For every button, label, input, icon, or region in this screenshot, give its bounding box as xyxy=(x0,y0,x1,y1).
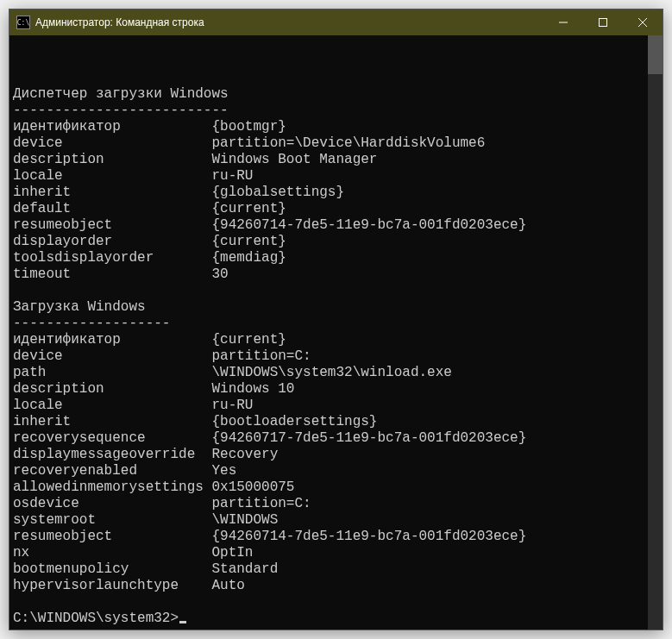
row-value: Auto xyxy=(211,578,244,594)
scrollbar[interactable] xyxy=(648,35,663,630)
row-value: {current} xyxy=(211,234,286,250)
row-key: hypervisorlaunchtype xyxy=(13,578,211,594)
row-key: description xyxy=(13,381,211,398)
close-button[interactable] xyxy=(623,9,663,35)
output-row: resumeobject {94260714-7de5-11e9-bc7a-00… xyxy=(13,529,663,545)
row-value: Recovery xyxy=(211,447,278,463)
row-value: Standard xyxy=(211,561,278,578)
section-divider: ------------------- xyxy=(13,316,663,332)
output-row: nx OptIn xyxy=(13,545,663,561)
output-row: systemroot \WINDOWS xyxy=(13,512,663,529)
app-icon: C:\ xyxy=(16,16,30,29)
output-row: device partition=\Device\HarddiskVolume6 xyxy=(13,135,663,152)
console-output[interactable]: Диспетчер загрузки Windows--------------… xyxy=(9,35,663,630)
row-value: {globalsettings} xyxy=(211,185,344,201)
row-value: OptIn xyxy=(211,545,253,561)
maximize-button[interactable] xyxy=(583,9,623,35)
row-key: osdevice xyxy=(13,496,211,512)
section-divider: -------------------------- xyxy=(13,103,663,119)
scrollbar-thumb[interactable] xyxy=(648,35,663,74)
output-row: recoverysequence {94260717-7de5-11e9-bc7… xyxy=(13,430,663,447)
output-row: description Windows 10 xyxy=(13,381,663,398)
row-value: Windows 10 xyxy=(211,381,294,398)
output-row: locale ru-RU xyxy=(13,398,663,414)
row-key: timeout xyxy=(13,266,211,283)
row-value: partition=\Device\HarddiskVolume6 xyxy=(211,135,485,152)
row-key: displaymessageoverride xyxy=(13,447,211,463)
row-value: partition=C: xyxy=(211,348,311,365)
row-value: ru-RU xyxy=(211,168,253,185)
row-key: path xyxy=(13,365,211,381)
output-row: osdevice partition=C: xyxy=(13,496,663,512)
row-value: 30 xyxy=(211,266,228,283)
row-key: resumeobject xyxy=(13,529,211,545)
cursor xyxy=(179,621,186,623)
row-value: \WINDOWS xyxy=(211,512,278,529)
row-value: Yes xyxy=(211,463,236,479)
row-value: 0x15000075 xyxy=(211,479,294,496)
output-row: inherit {globalsettings} xyxy=(13,185,663,201)
row-key: default xyxy=(13,201,211,217)
row-key: nx xyxy=(13,545,211,561)
minimize-button[interactable] xyxy=(543,9,583,35)
console-text: Диспетчер загрузки Windows--------------… xyxy=(13,70,663,630)
output-row: bootmenupolicy Standard xyxy=(13,561,663,578)
section-header: Диспетчер загрузки Windows xyxy=(13,86,663,103)
output-row: description Windows Boot Manager xyxy=(13,152,663,168)
output-row: идентификатор {current} xyxy=(13,332,663,348)
row-key: device xyxy=(13,348,211,365)
row-key: recoveryenabled xyxy=(13,463,211,479)
row-value: \WINDOWS\system32\winload.exe xyxy=(211,365,451,381)
output-row: resumeobject {94260714-7de5-11e9-bc7a-00… xyxy=(13,217,663,234)
row-key: recoverysequence xyxy=(13,430,211,447)
output-row: locale ru-RU xyxy=(13,168,663,185)
row-key: systemroot xyxy=(13,512,211,529)
minimize-icon xyxy=(559,18,568,27)
output-row: toolsdisplayorder {memdiag} xyxy=(13,250,663,266)
row-value: {94260714-7de5-11e9-bc7a-001fd0203ece} xyxy=(211,529,526,545)
row-key: resumeobject xyxy=(13,217,211,234)
row-key: device xyxy=(13,135,211,152)
titlebar[interactable]: C:\ Администратор: Командная строка xyxy=(9,9,663,35)
output-row: default {current} xyxy=(13,201,663,217)
output-row: device partition=C: xyxy=(13,348,663,365)
row-value: partition=C: xyxy=(211,496,311,512)
window-controls xyxy=(543,9,663,35)
output-row: timeout 30 xyxy=(13,266,663,283)
close-icon xyxy=(638,18,647,27)
row-key: description xyxy=(13,152,211,168)
row-key: locale xyxy=(13,398,211,414)
output-row: recoveryenabled Yes xyxy=(13,463,663,479)
row-key: inherit xyxy=(13,185,211,201)
window-title: Администратор: Командная строка xyxy=(35,16,543,28)
row-value: ru-RU xyxy=(211,398,253,414)
row-key: toolsdisplayorder xyxy=(13,250,211,266)
row-value: {94260714-7de5-11e9-bc7a-001fd0203ece} xyxy=(211,217,526,234)
output-row: displayorder {current} xyxy=(13,234,663,250)
row-key: locale xyxy=(13,168,211,185)
section-header: Загрузка Windows xyxy=(13,299,663,316)
output-row: path \WINDOWS\system32\winload.exe xyxy=(13,365,663,381)
row-value: {bootmgr} xyxy=(211,119,286,135)
output-row: allowedinmemorysettings 0x15000075 xyxy=(13,479,663,496)
row-key: идентификатор xyxy=(13,332,211,348)
row-key: allowedinmemorysettings xyxy=(13,479,211,496)
row-key: displayorder xyxy=(13,234,211,250)
output-row: идентификатор {bootmgr} xyxy=(13,119,663,135)
svg-rect-1 xyxy=(600,19,607,27)
row-value: {memdiag} xyxy=(211,250,286,266)
row-key: идентификатор xyxy=(13,119,211,135)
row-value: Windows Boot Manager xyxy=(211,152,377,168)
maximize-icon xyxy=(599,18,607,27)
row-value: {bootloadersettings} xyxy=(211,414,377,430)
row-value: {94260717-7de5-11e9-bc7a-001fd0203ece} xyxy=(211,430,526,447)
output-row: displaymessageoverride Recovery xyxy=(13,447,663,463)
command-prompt-window: C:\ Администратор: Командная строка Дисп… xyxy=(9,9,663,630)
row-key: inherit xyxy=(13,414,211,430)
output-row: inherit {bootloadersettings} xyxy=(13,414,663,430)
row-key: bootmenupolicy xyxy=(13,561,211,578)
row-value: {current} xyxy=(211,201,286,217)
output-row: hypervisorlaunchtype Auto xyxy=(13,578,663,594)
prompt: C:\WINDOWS\system32> xyxy=(13,611,179,626)
row-value: {current} xyxy=(211,332,286,348)
